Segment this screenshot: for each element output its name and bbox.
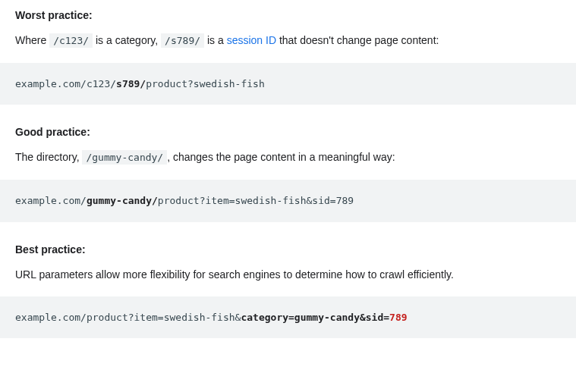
inline-code: /c123/ xyxy=(49,33,93,48)
text: is a xyxy=(204,34,227,46)
code-bold: gummy-candy/ xyxy=(87,195,158,206)
code-block-good: example.com/gummy-candy/product?item=swe… xyxy=(0,180,576,222)
text: The directory, xyxy=(15,151,82,163)
section-desc-best: URL parameters allow more flexibility fo… xyxy=(15,266,561,283)
inline-code: /s789/ xyxy=(161,33,204,48)
text: is a category, xyxy=(93,34,161,46)
code-red: 789 xyxy=(389,312,407,323)
code-text: example.com/ xyxy=(15,195,87,206)
code-text: product?item=swedish-fish&sid=789 xyxy=(158,195,354,206)
inline-code: /gummy-candy/ xyxy=(82,150,167,165)
section-desc-worst: Where /c123/ is a category, /s789/ is a … xyxy=(15,32,561,49)
code-text: product?swedish-fish xyxy=(146,78,265,89)
document-container: Worst practice: Where /c123/ is a catego… xyxy=(0,0,576,375)
section-title-good: Good practice: xyxy=(15,126,561,138)
section-desc-good: The directory, /gummy-candy/, changes th… xyxy=(15,149,561,166)
code-block-worst: example.com/c123/s789/product?swedish-fi… xyxy=(0,63,576,105)
text: , changes the page content in a meaningf… xyxy=(167,151,395,163)
code-text: example.com/product?item=swedish-fish& xyxy=(15,312,241,323)
section-title-worst: Worst practice: xyxy=(15,9,561,21)
code-block-best: example.com/product?item=swedish-fish&ca… xyxy=(0,296,576,339)
section-title-best: Best practice: xyxy=(15,243,561,256)
code-bold: s789/ xyxy=(116,78,146,89)
code-bold: category=gummy-candy&sid= xyxy=(241,312,389,323)
text: that doesn't change page content: xyxy=(276,34,439,46)
session-id-link[interactable]: session ID xyxy=(227,34,276,46)
code-text: example.com/c123/ xyxy=(15,78,116,89)
text: Where xyxy=(15,34,49,46)
